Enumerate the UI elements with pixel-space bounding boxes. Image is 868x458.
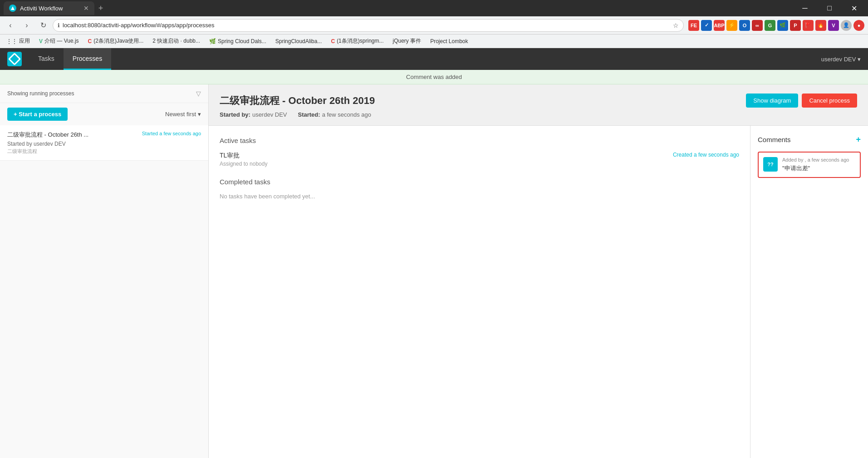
tab-close-icon[interactable]: ✕ [83,5,89,12]
started-label: Started: [298,111,320,118]
bookmark-jquery[interactable]: jQuery 事件 [390,36,424,46]
vue-icon: V [39,38,43,44]
process-item-time: Started a few seconds ago [142,131,201,136]
apps-grid-icon: ⋮⋮ [6,38,17,44]
started-value: a few seconds ago [322,111,371,118]
completed-tasks-title: Completed tasks [220,178,739,186]
comments-title: Comments [758,136,791,143]
ext-p-icon[interactable]: P [790,20,801,31]
detail-header: 二级审批流程 - October 26th 2019 Show diagram … [209,84,868,126]
process-list-item[interactable]: 二级审批流程 - October 26th ... Started a few … [0,125,208,161]
start-process-button[interactable]: + Start a process [7,108,68,121]
sidebar: Showing running processes ▽ + Start a pr… [0,84,209,458]
ext-dot-icon[interactable]: ● [853,20,864,31]
notification-banner: Comment was added [0,70,868,84]
task-item: TL审批 Assigned to nobody Created a few se… [220,152,739,167]
bookmark-java[interactable]: C (2条消息)Java使用... [85,36,147,46]
tab-title: Activiti Workflow [20,5,63,12]
sort-label: Newest first [165,111,196,118]
detail-meta: Started by: userdev DEV Started: a few s… [220,111,857,118]
started-by-value: userdev DEV [252,111,287,118]
minimize-button[interactable]: ─ [794,0,815,16]
sidebar-controls: + Start a process Newest first ▾ [0,103,208,125]
user-menu[interactable]: userdev DEV ▾ [821,56,861,63]
app-header: Tasks Processes userdev DEV ▾ [0,48,868,70]
bookmark-springm[interactable]: C (1条消息)springm... [328,36,386,46]
no-completed-tasks: No tasks have been completed yet... [220,193,739,200]
task-info: TL审批 Assigned to nobody [220,152,267,167]
comment-text: "申请出差" [782,164,849,172]
task-assigned: Assigned to nobody [220,161,267,167]
nav-processes[interactable]: Processes [64,48,111,70]
sidebar-header: Showing running processes ▽ [0,84,208,103]
process-item-name: 二级审批流程 [7,148,201,155]
detail-main: Active tasks TL审批 Assigned to nobody Cre… [209,126,750,458]
browser-tab[interactable]: Activiti Workflow ✕ [4,1,94,15]
ext-user-icon[interactable]: 👤 [841,20,852,31]
show-diagram-button[interactable]: Show diagram [746,94,798,108]
lock-icon: ℹ [58,22,60,29]
bookmark-lombok[interactable]: Project Lombok [427,37,471,45]
bookmark-spring-cloud[interactable]: 🌿 Spring Cloud Dals... [206,37,269,45]
comment-avatar: ?? [763,157,778,172]
notification-message: Comment was added [406,74,462,80]
ext-fe-icon[interactable]: FE [688,20,699,31]
filter-icon[interactable]: ▽ [196,90,201,97]
detail-panel: 二级审批流程 - October 26th 2019 Show diagram … [209,84,868,458]
started-by-label: Started by: [220,111,250,118]
ext-o-icon[interactable]: O [739,20,750,31]
ext-v-icon[interactable]: V [828,20,839,31]
detail-actions: Show diagram Cancel process [746,94,857,108]
comment-body: Added by , a few seconds ago "申请出差" [782,157,849,172]
app-nav: Tasks Processes [29,48,821,70]
ext-g-icon[interactable]: G [765,20,775,31]
process-item-title: 二级审批流程 - October 26th ... [7,131,88,139]
address-bar[interactable]: ℹ localhost:8080/activiti-app/workflow/#… [53,19,684,32]
add-comment-button[interactable]: + [856,135,861,144]
forward-button[interactable]: › [20,19,34,32]
tab-favicon [9,5,16,12]
ext-fire-icon[interactable]: 🔥 [815,20,826,31]
window-controls: ─ □ ✕ [794,0,864,16]
comments-panel: Comments + ?? Added by , a few seconds a… [750,126,868,458]
bookmark-star-icon[interactable]: ☆ [673,22,679,29]
sort-dropdown[interactable]: Newest first ▾ [165,111,201,118]
ext-bolt-icon[interactable]: ⚡ [726,20,737,31]
close-button[interactable]: ✕ [843,0,864,16]
new-tab-button[interactable]: + [94,2,107,15]
extensions-area: FE ✓ ABP ⚡ O ∞ G 🌿 P 🚩 🔥 V 👤 ● [688,20,864,31]
c2-icon: C [331,38,335,44]
ext-check-icon[interactable]: ✓ [701,20,712,31]
ext-flag-icon[interactable]: 🚩 [803,20,814,31]
sidebar-filter-label: Showing running processes [7,90,74,97]
ext-abp-icon[interactable]: ABP [714,20,725,31]
task-name: TL审批 [220,152,267,160]
logo-diamond-icon [8,53,21,65]
ext-inf-icon[interactable]: ∞ [752,20,763,31]
bookmarks-bar: ⋮⋮ 应用 V 介绍 — Vue.js C (2条消息)Java使用... 2 … [0,34,868,48]
spring-icon: 🌿 [209,38,216,44]
maximize-button[interactable]: □ [819,0,840,16]
url-text: localhost:8080/activiti-app/workflow/#/a… [63,22,670,29]
nav-tasks[interactable]: Tasks [29,48,64,70]
process-item-started-by: Started by userdev DEV [7,141,201,147]
bookmark-apps[interactable]: ⋮⋮ 应用 [4,36,33,46]
comment-meta: Added by , a few seconds ago [782,157,849,163]
comment-item: ?? Added by , a few seconds ago "申请出差" [758,152,861,178]
back-button[interactable]: ‹ [4,19,17,32]
active-tasks-title: Active tasks [220,137,739,144]
app-logo [7,52,22,66]
process-list: 二级审批流程 - October 26th ... Started a few … [0,125,208,458]
completed-tasks-section: Completed tasks No tasks have been compl… [220,178,739,200]
main-content: Showing running processes ▽ + Start a pr… [0,84,868,458]
task-time: Created a few seconds ago [673,152,739,158]
bookmark-springcloud-aliba[interactable]: SpringCloudAliba... [273,37,325,45]
c-icon: C [88,38,92,44]
reload-button[interactable]: ↻ [36,19,50,32]
bookmark-vuejs[interactable]: V 介绍 — Vue.js [36,36,82,46]
ext-leaf-icon[interactable]: 🌿 [777,20,788,31]
sort-arrow-icon: ▾ [198,111,201,118]
bookmark-dubbo[interactable]: 2 快速启动 · dubb... [150,36,203,46]
cancel-process-button[interactable]: Cancel process [802,94,857,108]
svg-marker-0 [11,6,15,10]
